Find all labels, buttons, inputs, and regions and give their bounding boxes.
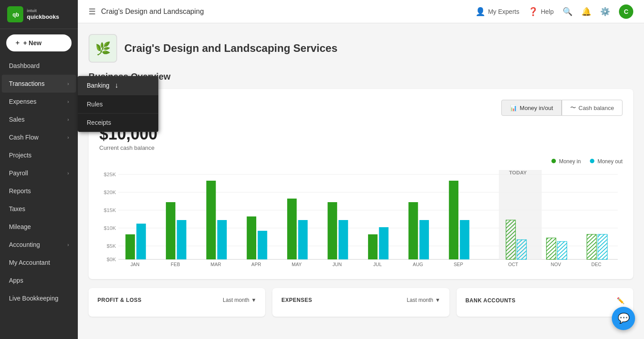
profit-loss-header: PROFIT & LOSS Last month ▼ <box>97 297 256 303</box>
expenses-title: EXPENSES <box>281 297 312 303</box>
dropdown-item-receipts[interactable]: Receipts <box>78 114 158 132</box>
svg-rect-20 <box>177 220 186 259</box>
chevron-right-icon: › <box>68 171 69 176</box>
search-icon[interactable]: 🔍 <box>563 7 572 17</box>
cash-balance-display: $10,000 Current cash balance <box>99 125 623 151</box>
sidebar-item-sales[interactable]: Sales › <box>2 110 76 128</box>
sidebar-item-expenses[interactable]: Expenses › <box>2 93 76 110</box>
edit-icon[interactable]: ✏️ <box>617 297 624 304</box>
svg-rect-38 <box>419 220 429 259</box>
sidebar-item-cashflow[interactable]: Cash Flow › <box>2 128 76 146</box>
svg-rect-16 <box>126 234 135 259</box>
cash-label: Current cash balance <box>99 144 623 151</box>
bar-chart-icon: 📊 <box>510 105 517 111</box>
chevron-down-icon: ▼ <box>251 297 256 303</box>
sidebar-item-accounting[interactable]: Accounting › <box>2 236 76 254</box>
svg-text:$25K: $25K <box>104 172 116 177</box>
topbar-left: ☰ Craig's Design and Landscaping <box>89 7 204 17</box>
svg-rect-31 <box>328 202 337 259</box>
money-in-dot <box>551 159 556 163</box>
svg-rect-23 <box>217 220 227 259</box>
svg-text:$10K: $10K <box>104 225 116 231</box>
svg-text:AUG: AUG <box>413 262 423 267</box>
company-logo: 🌿 <box>89 34 117 63</box>
svg-rect-34 <box>368 234 377 259</box>
svg-text:APR: APR <box>251 262 261 267</box>
expenses-header: EXPENSES Last month ▼ <box>281 297 440 303</box>
chevron-right-icon: › <box>68 117 69 122</box>
svg-rect-37 <box>408 202 418 259</box>
plus-icon: ＋ <box>14 39 21 47</box>
money-out-legend: Money out <box>590 158 623 165</box>
svg-text:$20K: $20K <box>104 190 116 195</box>
profit-loss-card: PROFIT & LOSS Last month ▼ <box>89 288 265 317</box>
svg-text:JAN: JAN <box>131 262 140 267</box>
svg-rect-22 <box>206 181 216 259</box>
person-icon: 👤 <box>475 7 485 17</box>
svg-text:MAR: MAR <box>211 262 221 267</box>
topbar-company-name: Craig's Design and Landscaping <box>101 8 204 16</box>
chevron-right-icon: › <box>68 99 69 104</box>
sidebar-item-transactions[interactable]: Transactions › <box>2 75 76 93</box>
sidebar-item-projects[interactable]: Projects <box>2 146 76 164</box>
bar-chart: $25K $20K $15K $10K $5K $0K TODAY JAN <box>99 170 623 268</box>
expenses-card: EXPENSES Last month ▼ <box>272 288 449 317</box>
svg-text:TODAY: TODAY <box>509 170 527 175</box>
help-button[interactable]: ❓ Help <box>528 7 554 17</box>
sidebar-item-taxes[interactable]: Taxes <box>2 200 76 218</box>
dropdown-item-banking[interactable]: Banking ↓ <box>78 76 158 95</box>
sidebar-item-reports[interactable]: Reports <box>2 182 76 200</box>
topbar: ☰ Craig's Design and Landscaping 👤 My Ex… <box>78 0 644 23</box>
svg-rect-25 <box>247 216 256 259</box>
chat-icon: 💬 <box>618 313 630 324</box>
chart-area: $25K $20K $15K $10K $5K $0K TODAY JAN <box>99 170 623 268</box>
my-experts-button[interactable]: 👤 My Experts <box>475 7 519 17</box>
chat-button[interactable]: 💬 <box>612 307 635 330</box>
svg-text:$15K: $15K <box>104 208 116 213</box>
chevron-right-icon: › <box>68 242 69 247</box>
help-icon: ❓ <box>528 7 538 17</box>
svg-rect-17 <box>136 224 146 259</box>
money-out-dot <box>590 159 594 163</box>
svg-text:$0K: $0K <box>106 257 116 262</box>
hamburger-icon[interactable]: ☰ <box>89 7 96 17</box>
profit-loss-title: PROFIT & LOSS <box>97 297 142 303</box>
sidebar-item-apps[interactable]: Apps <box>2 271 76 289</box>
sidebar: qb intuit quickbooks ＋ + New Dashboard T… <box>0 0 78 339</box>
dropdown-item-rules[interactable]: Rules <box>78 95 158 114</box>
company-name: Craig's Design and Landscaping Services <box>124 42 338 55</box>
svg-rect-41 <box>460 220 469 259</box>
expenses-period[interactable]: Last month ▼ <box>407 297 440 303</box>
svg-rect-46 <box>517 240 526 259</box>
profit-loss-period[interactable]: Last month ▼ <box>223 297 256 303</box>
svg-rect-19 <box>166 202 175 259</box>
svg-rect-52 <box>598 234 607 259</box>
settings-icon[interactable]: ⚙️ <box>600 7 610 17</box>
sidebar-item-mileage[interactable]: Mileage <box>2 218 76 236</box>
svg-rect-28 <box>287 199 297 259</box>
chart-card: 📊 Money in/out 〜 Cash balance $10,000 Cu… <box>89 89 633 279</box>
bank-accounts-card: BANK ACCOUNTS ✏️ <box>457 288 633 317</box>
svg-text:qb: qb <box>13 12 19 18</box>
sidebar-item-dashboard[interactable]: Dashboard <box>2 57 76 75</box>
bank-accounts-title: BANK ACCOUNTS <box>466 297 516 304</box>
quickbooks-logo-icon: qb <box>7 6 23 22</box>
svg-rect-26 <box>258 231 267 259</box>
chart-controls: 📊 Money in/out 〜 Cash balance <box>99 100 623 116</box>
user-avatar[interactable]: C <box>619 4 633 19</box>
cash-balance-button[interactable]: 〜 Cash balance <box>562 100 623 116</box>
svg-rect-40 <box>449 181 458 259</box>
sidebar-item-livebookkeeping[interactable]: Live Bookkeeping <box>2 289 76 307</box>
notification-icon[interactable]: 🔔 <box>581 7 591 17</box>
svg-rect-29 <box>298 220 308 259</box>
sidebar-nav: Dashboard Transactions › Expenses › Sale… <box>0 57 78 307</box>
new-button[interactable]: ＋ + New <box>6 34 72 51</box>
line-chart-icon: 〜 <box>570 104 576 112</box>
sidebar-item-myaccountant[interactable]: My Accountant <box>2 254 76 271</box>
money-inout-button[interactable]: 📊 Money in/out <box>501 100 561 116</box>
app-name: intuit quickbooks <box>27 8 59 20</box>
svg-text:SEP: SEP <box>453 262 463 267</box>
svg-rect-51 <box>587 234 596 259</box>
svg-text:JUL: JUL <box>373 262 382 267</box>
sidebar-item-payroll[interactable]: Payroll › <box>2 164 76 182</box>
